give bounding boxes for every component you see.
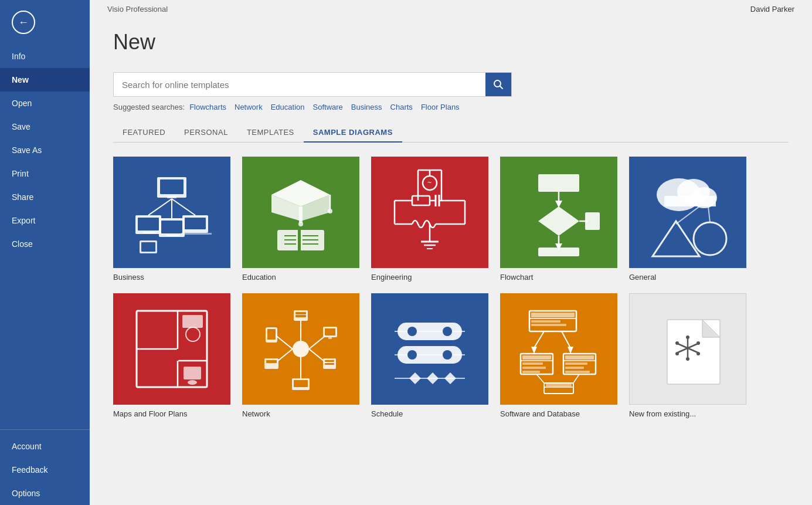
svg-rect-4 [167,196,176,198]
svg-rect-69 [664,196,716,206]
svg-rect-80 [182,315,203,328]
suggested-label: Suggested searches: [113,103,185,111]
svg-rect-141 [546,384,572,387]
maps-diagram-icon [125,302,219,396]
template-education[interactable]: Education [242,157,359,282]
svg-marker-113 [444,372,456,384]
svg-rect-65 [538,248,579,256]
svg-rect-110 [397,346,462,364]
sidebar-item-open[interactable]: Open [0,91,90,115]
svg-point-153 [675,341,679,345]
template-schedule[interactable]: Schedule [371,293,488,418]
template-thumb-general [629,157,746,268]
search-input[interactable] [114,74,485,96]
svg-rect-99 [325,328,335,335]
svg-rect-97 [267,329,276,340]
template-label-general: General [629,273,746,282]
suggested-floor-plans[interactable]: Floor Plans [421,103,460,111]
template-network[interactable]: Network [242,293,359,418]
template-label-network: Network [242,409,359,418]
business-diagram-icon [125,165,219,259]
svg-rect-109 [397,323,462,340]
top-bar: Visio Professional David Parker [90,0,812,18]
svg-rect-135 [565,355,594,360]
sidebar-item-info[interactable]: Info [0,45,90,68]
svg-point-84 [293,341,309,357]
template-flowchart[interactable]: Flowchart [500,157,617,282]
svg-point-116 [407,350,417,360]
svg-rect-9 [138,218,159,231]
main-content: Visio Professional David Parker New Sugg… [90,0,812,505]
new-from-existing-icon [641,302,735,396]
search-icon [493,79,504,90]
schedule-diagram-icon [383,302,477,396]
svg-rect-62 [585,212,600,230]
sidebar-item-options[interactable]: Options [0,482,90,505]
svg-marker-112 [427,372,439,384]
tab-sample-diagrams[interactable]: SAMPLE DIAGRAMS [304,123,402,143]
page-title: New [113,30,789,55]
suggested-education[interactable]: Education [271,103,305,111]
user-name: David Parker [750,5,794,13]
svg-rect-40 [412,196,430,205]
svg-point-151 [686,335,689,339]
template-maps-floor-plans[interactable]: Maps and Floor Plans [113,293,230,418]
svg-rect-57 [538,174,579,192]
sidebar-item-close[interactable]: Close [0,232,90,256]
back-button[interactable]: ← [6,5,41,40]
svg-rect-100 [328,337,332,339]
suggested-software[interactable]: Software [313,103,343,111]
svg-rect-12 [161,221,182,233]
content-area: New Suggested searches: Flowcharts Netwo… [90,18,812,442]
svg-rect-15 [185,218,206,229]
svg-line-125 [562,331,570,348]
sidebar-item-save-as[interactable]: Save As [0,138,90,162]
sidebar-item-print[interactable]: Print [0,162,90,185]
svg-line-142 [536,374,544,383]
template-new-from-existing[interactable]: New from existing... [629,293,746,418]
suggested-searches: Suggested searches: Flowcharts Network E… [113,103,789,111]
app-name: Visio Professional [107,5,168,13]
engineering-diagram-icon: ~ [383,165,477,259]
svg-line-1 [500,86,503,89]
svg-line-6 [172,199,195,215]
suggested-network[interactable]: Network [235,103,263,111]
sidebar-item-new[interactable]: New [0,68,90,91]
network-diagram-icon [254,302,348,396]
svg-rect-121 [531,320,560,323]
template-thumb-business [113,157,230,268]
sidebar-item-feedback[interactable]: Feedback [0,458,90,482]
template-general[interactable]: General [629,157,746,282]
template-label-software: Software and Database [500,409,617,418]
template-thumb-software [500,293,617,405]
search-button[interactable] [485,73,511,96]
template-engineering[interactable]: ~ Engineering [371,157,488,282]
suggested-flowcharts[interactable]: Flowcharts [189,103,226,111]
svg-marker-124 [531,347,537,354]
sidebar-item-export[interactable]: Export [0,209,90,232]
template-business[interactable]: Business [113,157,230,282]
back-circle-icon: ← [12,11,35,34]
suggested-business[interactable]: Business [351,103,382,111]
tab-featured[interactable]: FEATURED [113,123,175,143]
sidebar-item-share[interactable]: Share [0,185,90,209]
sidebar-item-account[interactable]: Account [0,435,90,458]
tab-templates[interactable]: TEMPLATES [237,123,304,143]
svg-rect-16 [181,233,212,235]
svg-point-25 [328,209,332,213]
svg-rect-137 [565,367,584,369]
template-label-engineering: Engineering [371,273,488,282]
template-thumb-education [242,157,359,268]
education-diagram-icon [254,165,348,259]
tab-personal[interactable]: PERSONAL [175,123,237,143]
template-label-maps: Maps and Floor Plans [113,409,230,418]
template-label-new-from-existing: New from existing... [629,409,746,418]
svg-rect-102 [266,360,277,363]
template-thumb-schedule [371,293,488,405]
template-software-database[interactable]: Software and Database [500,293,617,418]
svg-rect-132 [522,371,540,373]
suggested-charts[interactable]: Charts [390,103,413,111]
svg-line-73 [708,206,710,222]
template-thumb-flowchart [500,157,617,268]
sidebar-item-save[interactable]: Save [0,115,90,138]
